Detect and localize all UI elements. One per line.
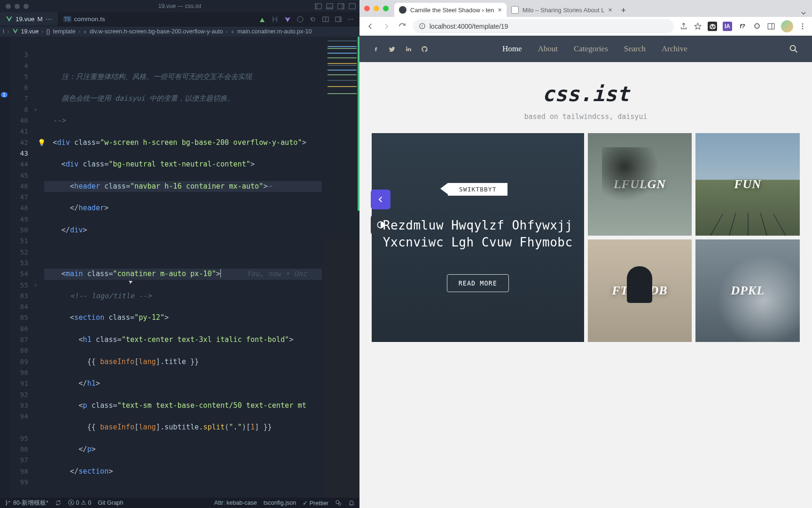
nav-about[interactable]: About (538, 44, 558, 54)
chevron-down-icon[interactable] (800, 9, 807, 17)
nav-search[interactable]: Search (624, 44, 646, 54)
layout-customize-icon[interactable] (349, 3, 356, 10)
minimap[interactable] (325, 37, 359, 498)
bell-icon[interactable] (348, 500, 355, 506)
vite-icon[interactable] (284, 16, 291, 23)
bookmark-star-icon[interactable] (694, 22, 702, 31)
svg-point-21 (802, 28, 804, 29)
linkedin-icon[interactable] (405, 46, 412, 53)
carousel-prev-button[interactable] (371, 190, 390, 209)
chrome-menu-icon[interactable] (799, 23, 806, 30)
feature-card[interactable]: SWIKTBBYT Rezdmluw Hwqylzf Ohfywxjj Yxcn… (372, 133, 584, 342)
editor-tab-19vue[interactable]: 19.vue M ⋯ (0, 12, 58, 26)
more-icon[interactable]: ⋯ (347, 16, 355, 23)
address-bar[interactable]: localhost:4000/template/19 (413, 19, 674, 33)
read-more-button[interactable]: READ MORE (447, 274, 509, 292)
twitter-icon[interactable] (389, 46, 396, 53)
code-content[interactable]: 注：只注重整体结构、风格。一些可有可无的交互不会去实现 颜色会统一使用 dais… (44, 39, 322, 508)
chrome-tab-strip: Camille the Steel Shadow › ten × Milo – … (359, 0, 812, 17)
split-icon[interactable] (322, 16, 329, 23)
activity-bar: 1 (0, 37, 10, 498)
tile-label: FUN (734, 177, 761, 191)
mac-traffic-lights (364, 6, 389, 11)
nav-archive[interactable]: Archive (662, 44, 687, 54)
vscode-window: 19.vue — css.ist (0, 0, 359, 508)
layout-sidebar-left-icon[interactable] (315, 3, 322, 10)
grid-tile[interactable]: FUN (695, 133, 800, 236)
extension-icon[interactable]: f? (738, 22, 747, 31)
site-header: Home About Categories Search Archive (359, 36, 812, 62)
brackets-icon: {} (46, 28, 50, 35)
crumb[interactable]: div.w-screen.h-screen.bg-base-200.overfl… (90, 28, 223, 35)
tab-title: Camille the Steel Shadow › ten (410, 7, 494, 14)
code-editor[interactable]: 345 678 404142 434445 464748 495051 5253… (10, 37, 359, 498)
svg-rect-1 (315, 3, 318, 8)
facebook-icon[interactable] (373, 46, 379, 53)
extensions-puzzle-icon[interactable] (753, 22, 761, 31)
share-icon[interactable] (679, 22, 688, 31)
editor[interactable]: 1 345 678 404142 434445 464748 495051 52… (0, 37, 359, 498)
reload-button[interactable] (397, 21, 407, 32)
grid-tile[interactable]: FTSJSDB (588, 239, 692, 342)
fold-chevron-icon[interactable]: › (34, 280, 42, 291)
browser-tab-active[interactable]: Camille the Steel Shadow › ten × (394, 3, 507, 17)
revert-icon[interactable] (309, 16, 317, 23)
preview-icon[interactable] (335, 16, 342, 23)
svg-rect-5 (342, 3, 344, 8)
url-text: localhost:4000/template/19 (429, 23, 508, 30)
editor-tab-commonts[interactable]: TS common.ts (58, 12, 111, 26)
new-tab-button[interactable]: + (617, 4, 630, 17)
grid-tile[interactable]: DPKL (695, 239, 800, 342)
fold-chevron-icon[interactable]: › (34, 104, 42, 115)
dirty-indicator: M (38, 16, 43, 23)
feedback-icon[interactable] (335, 500, 342, 506)
tab-close-icon[interactable]: × (498, 6, 501, 14)
tab-close-icon[interactable]: ⋯ (46, 16, 52, 23)
mac-max-dot[interactable] (383, 6, 389, 11)
category-pill[interactable]: SWIKTBBYT (448, 183, 508, 196)
side-panel-icon[interactable] (767, 22, 775, 31)
breadcrumb[interactable]: t › 19.vue › {} template › ⬨ div.w-scree… (0, 26, 359, 37)
nav-home[interactable]: Home (502, 44, 522, 54)
compare-icon[interactable] (271, 16, 279, 23)
fold-gutter: › › (34, 39, 42, 291)
tile-label: FTSJSDB (612, 284, 667, 298)
editor-actions: ⋯ (258, 12, 359, 26)
back-button[interactable] (365, 21, 375, 32)
layout-sidebar-right-icon[interactable] (337, 3, 344, 10)
scm-badge[interactable]: 1 (1, 92, 8, 97)
svg-rect-6 (349, 3, 355, 8)
svg-rect-3 (327, 7, 333, 9)
vue-file-icon (6, 16, 13, 23)
mac-close-dot[interactable] (364, 6, 370, 11)
extension-icon[interactable]: 🐼 (708, 22, 717, 31)
mac-min-dot[interactable] (374, 6, 379, 11)
site-info-icon[interactable] (419, 23, 426, 30)
git-branch-status[interactable]: 80-新增模板* (5, 499, 48, 507)
svg-rect-17 (768, 24, 774, 29)
save-all-icon[interactable] (258, 16, 266, 23)
favicon-icon (399, 6, 406, 14)
github-icon[interactable] (421, 46, 428, 53)
search-icon[interactable] (789, 44, 799, 54)
run-icon[interactable] (297, 16, 304, 23)
svg-rect-11 (339, 17, 341, 22)
grid-tile[interactable]: LFULGN (588, 133, 692, 236)
editor-tab-bar: 19.vue M ⋯ TS common.ts (0, 12, 359, 26)
chevron-right-icon: › (78, 28, 80, 35)
crumb[interactable]: 19.vue (21, 28, 39, 35)
profile-avatar[interactable] (781, 20, 793, 32)
tag-icon-small: ⬨ (231, 28, 234, 35)
image-grid: SWIKTBBYT Rezdmluw Hwqylzf Ohfywxjj Yxcn… (359, 133, 812, 342)
forward-button[interactable] (381, 21, 391, 32)
layout-panel-icon[interactable] (326, 3, 333, 10)
vue-file-icon (12, 28, 18, 35)
hero-heading-block: css.ist based on tailwindcss, daisyui (359, 62, 812, 133)
crumb[interactable]: main.conatiner.m-auto.px-10 (237, 28, 312, 35)
crumb[interactable]: t (3, 28, 4, 35)
extension-icon[interactable]: IA (723, 22, 732, 31)
browser-tab[interactable]: Milo – Sharing Stories About L × (507, 3, 617, 17)
tab-close-icon[interactable]: × (609, 6, 612, 14)
nav-categories[interactable]: Categories (574, 44, 608, 54)
crumb[interactable]: template (53, 28, 76, 35)
